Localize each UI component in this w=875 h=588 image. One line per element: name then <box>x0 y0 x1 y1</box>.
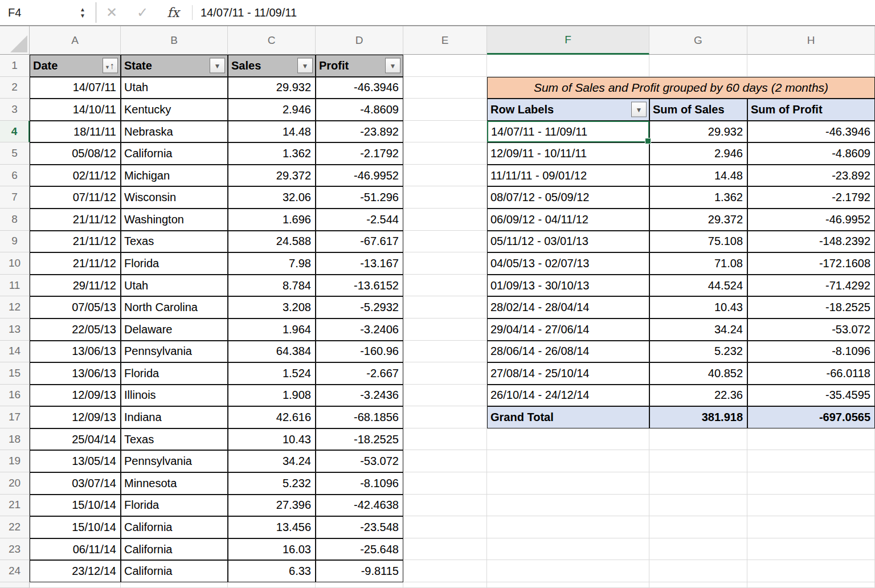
cell-H11[interactable]: -71.4292 <box>747 275 875 297</box>
fill-handle[interactable] <box>645 138 651 144</box>
cell-G24[interactable] <box>649 560 747 582</box>
cell-D8[interactable]: -2.544 <box>316 209 403 231</box>
cell-B11[interactable]: Utah <box>121 275 228 297</box>
spinner-down-icon[interactable]: ▼ <box>80 13 85 18</box>
column-header-D[interactable]: D <box>316 26 403 55</box>
cell-C15[interactable]: 1.524 <box>228 362 316 385</box>
cell-D16[interactable]: -3.2436 <box>316 385 403 407</box>
cell-C23[interactable]: 16.03 <box>228 538 316 561</box>
row-header-9[interactable]: 9 <box>0 231 30 253</box>
cell-H12[interactable]: -18.2525 <box>747 296 875 318</box>
cell-F21[interactable] <box>487 495 649 517</box>
cell-F4[interactable]: 14/07/11 - 11/09/11 <box>487 121 649 143</box>
cell-E14[interactable] <box>403 341 487 363</box>
cell-B22[interactable]: California <box>121 516 228 538</box>
cell-C17[interactable]: 42.616 <box>228 406 316 428</box>
cell-D12[interactable]: -5.2932 <box>316 296 403 318</box>
cell-B5[interactable]: California <box>121 142 228 165</box>
cell-G19[interactable] <box>649 450 747 472</box>
cell-G13[interactable]: 34.24 <box>649 318 747 341</box>
cell-A18[interactable]: 25/04/14 <box>30 428 121 451</box>
cell-G9[interactable]: 75.108 <box>649 231 747 253</box>
cell-B7[interactable]: Wisconsin <box>121 186 228 209</box>
filter-button-date[interactable]: ▼↑ <box>103 58 118 74</box>
cell-H22[interactable] <box>747 516 875 538</box>
cell-H18[interactable] <box>747 428 875 451</box>
cell-H20[interactable] <box>747 472 875 495</box>
cell-E16[interactable] <box>403 385 487 407</box>
cell-B25[interactable] <box>121 582 228 588</box>
row-header-2[interactable]: 2 <box>0 77 30 99</box>
cell-D17[interactable]: -68.1856 <box>316 406 403 428</box>
cell-B6[interactable]: Michigan <box>121 165 228 187</box>
cell-A8[interactable]: 21/11/12 <box>30 209 121 231</box>
cell-G17[interactable]: 381.918 <box>649 406 747 428</box>
cell-F25[interactable] <box>487 582 649 588</box>
cell-B21[interactable]: Florida <box>121 495 228 517</box>
cell-F11[interactable]: 01/09/13 - 30/10/13 <box>487 275 649 297</box>
table-header-D1[interactable]: Profit▼ <box>316 55 403 77</box>
column-header-E[interactable]: E <box>403 26 487 55</box>
cell-B8[interactable]: Washington <box>121 209 228 231</box>
cell-D2[interactable]: -46.3946 <box>316 77 403 99</box>
row-header-7[interactable]: 7 <box>0 186 30 209</box>
cell-H15[interactable]: -66.0118 <box>747 362 875 385</box>
cell-G14[interactable]: 5.232 <box>649 341 747 363</box>
cell-B4[interactable]: Nebraska <box>121 121 228 143</box>
cell-D4[interactable]: -23.892 <box>316 121 403 143</box>
cell-A7[interactable]: 07/11/12 <box>30 186 121 209</box>
cell-C13[interactable]: 1.964 <box>228 318 316 341</box>
cell-F15[interactable]: 27/08/14 - 25/10/14 <box>487 362 649 385</box>
cell-D6[interactable]: -46.9952 <box>316 165 403 187</box>
cell-A10[interactable]: 21/11/12 <box>30 252 121 275</box>
row-header-25[interactable] <box>0 582 30 588</box>
cell-G25[interactable] <box>649 582 747 588</box>
cell-D22[interactable]: -23.548 <box>316 516 403 538</box>
cell-F13[interactable]: 29/04/14 - 27/06/14 <box>487 318 649 341</box>
cell-D7[interactable]: -51.296 <box>316 186 403 209</box>
cell-F16[interactable]: 26/10/14 - 24/12/14 <box>487 385 649 407</box>
cell-F17[interactable]: Grand Total <box>487 406 649 428</box>
cell-H14[interactable]: -8.1096 <box>747 341 875 363</box>
cell-G16[interactable]: 22.36 <box>649 385 747 407</box>
cell-F23[interactable] <box>487 538 649 561</box>
cell-E8[interactable] <box>403 209 487 231</box>
row-header-24[interactable]: 24 <box>0 560 30 582</box>
cell-A24[interactable]: 23/12/14 <box>30 560 121 582</box>
cell-D13[interactable]: -3.2406 <box>316 318 403 341</box>
cell-E1[interactable] <box>403 55 487 77</box>
cell-A25[interactable] <box>30 582 121 588</box>
cell-B14[interactable]: Pennsylvania <box>121 341 228 363</box>
cell-C6[interactable]: 29.372 <box>228 165 316 187</box>
cell-B17[interactable]: Indiana <box>121 406 228 428</box>
cell-E12[interactable] <box>403 296 487 318</box>
row-header-21[interactable]: 21 <box>0 495 30 517</box>
cell-B15[interactable]: Florida <box>121 362 228 385</box>
cell-D11[interactable]: -13.6152 <box>316 275 403 297</box>
cell-E19[interactable] <box>403 450 487 472</box>
cell-G21[interactable] <box>649 495 747 517</box>
cell-F8[interactable]: 06/09/12 - 04/11/12 <box>487 209 649 231</box>
cell-C4[interactable]: 14.48 <box>228 121 316 143</box>
row-header-1[interactable]: 1 <box>0 55 30 77</box>
cell-H24[interactable] <box>747 560 875 582</box>
cell-A22[interactable]: 15/10/14 <box>30 516 121 538</box>
cell-H8[interactable]: -46.9952 <box>747 209 875 231</box>
cell-D24[interactable]: -9.8115 <box>316 560 403 582</box>
cell-D19[interactable]: -53.072 <box>316 450 403 472</box>
cell-B12[interactable]: North Carolina <box>121 296 228 318</box>
insert-function-icon[interactable]: fx <box>158 5 189 20</box>
cell-E5[interactable] <box>403 142 487 165</box>
row-header-22[interactable]: 22 <box>0 516 30 538</box>
cell-E3[interactable] <box>403 99 487 121</box>
spinner-up-icon[interactable]: ▲ <box>80 7 85 12</box>
cell-G20[interactable] <box>649 472 747 495</box>
cell-A13[interactable]: 22/05/13 <box>30 318 121 341</box>
filter-button-row-labels[interactable]: ▼ <box>631 102 647 117</box>
cell-F9[interactable]: 05/11/12 - 03/01/13 <box>487 231 649 253</box>
cell-E9[interactable] <box>403 231 487 253</box>
column-header-C[interactable]: C <box>228 26 316 55</box>
cell-A5[interactable]: 05/08/12 <box>30 142 121 165</box>
cell-C7[interactable]: 32.06 <box>228 186 316 209</box>
cell-G4[interactable]: 29.932 <box>649 121 747 143</box>
